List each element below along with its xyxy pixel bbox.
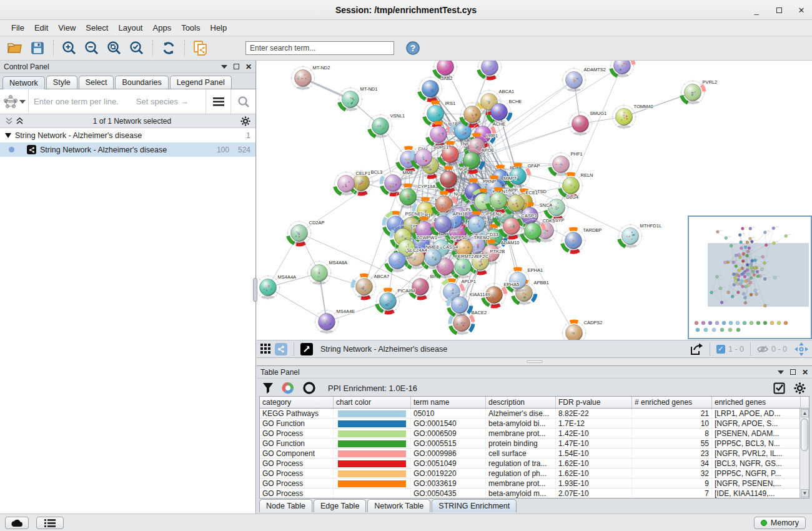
search-input[interactable] xyxy=(245,41,394,55)
ring-chart-icon[interactable] xyxy=(303,382,315,394)
zoom-out-button[interactable] xyxy=(82,39,102,57)
table-tab-string-enrichment[interactable]: STRING Enrichment xyxy=(432,499,517,512)
zoom-in-button[interactable] xyxy=(59,39,79,57)
menu-help[interactable]: Help xyxy=(205,21,232,34)
menu-layout[interactable]: Layout xyxy=(113,21,147,34)
menu-view[interactable]: View xyxy=(53,21,81,34)
network-node-ms4a4a[interactable]: MS4A4A xyxy=(257,274,296,300)
string-query-input[interactable]: Enter one term per line. Set species → xyxy=(29,89,205,114)
export-network-button[interactable] xyxy=(690,343,703,355)
string-protein-query-button[interactable]: STRING xyxy=(0,89,29,114)
network-canvas[interactable]: MT-ND2MT-ND1VSNL1GAB2NTRK2NTRK1LRP8ADAMT… xyxy=(257,61,812,340)
filter-icon[interactable] xyxy=(263,383,273,394)
column-header-term-name[interactable]: term name xyxy=(411,397,486,408)
float-panel-icon[interactable] xyxy=(234,64,239,69)
set-species-hint[interactable]: Set species → xyxy=(136,97,189,106)
table-row[interactable]: GO ProcessGO:0019220regulation of ph...1… xyxy=(260,469,809,479)
string-search-button[interactable] xyxy=(230,89,255,114)
refresh-button[interactable] xyxy=(159,39,179,57)
close-panel-icon[interactable]: ✕ xyxy=(245,62,252,71)
menu-apps[interactable]: Apps xyxy=(148,21,177,34)
table-row[interactable]: GO ComponentGO:0009986cell surface1.54E-… xyxy=(260,449,809,459)
network-node-gab2[interactable]: GAB2 xyxy=(418,76,453,102)
network-node-lrp8[interactable]: LRP8 xyxy=(610,61,644,79)
network-collection-row[interactable]: String Network - Alzheimer's disease 1 xyxy=(0,128,255,142)
column-header-fdr-p-value[interactable]: FDR p-value xyxy=(556,397,632,408)
network-node-ms4a6a[interactable]: MS4A6A xyxy=(307,260,348,286)
menu-tools[interactable]: Tools xyxy=(176,21,205,34)
table-row[interactable]: GO FunctionGO:0005515protein binding1.47… xyxy=(260,439,809,449)
detach-view-button[interactable] xyxy=(300,343,313,355)
panel-splitter-handle[interactable] xyxy=(253,278,257,302)
string-view-button[interactable] xyxy=(275,343,287,355)
table-tab-network-table[interactable]: Network Table xyxy=(367,499,430,512)
maximize-button[interactable] xyxy=(775,6,783,14)
column-header-enriched-genes[interactable]: enriched genes xyxy=(712,397,801,408)
tab-legend-panel[interactable]: Legend Panel xyxy=(170,76,232,89)
table-row[interactable]: GO ProcessGO:0006509membrane prot...1.42… xyxy=(260,429,809,439)
network-node-phf1[interactable]: PHF1 xyxy=(548,151,583,177)
birds-eye-view[interactable] xyxy=(688,216,812,339)
scroll-down-icon[interactable]: ▼ xyxy=(801,489,809,497)
string-options-button[interactable] xyxy=(205,89,230,114)
horizontal-splitter[interactable] xyxy=(257,358,812,365)
open-session-button[interactable] xyxy=(5,39,25,57)
navigator-button[interactable] xyxy=(795,342,808,356)
table-row[interactable]: GO FunctionGO:0001540beta-amyloid bi...1… xyxy=(260,419,809,429)
table-row[interactable]: KEGG Pathways05010Alzheimer's dise...8.8… xyxy=(260,409,809,419)
table-row[interactable]: GO ProcessGO:0033619membrane prot...1.93… xyxy=(260,479,809,489)
menu-select[interactable]: Select xyxy=(81,21,113,34)
panel-menu-caret-icon[interactable] xyxy=(221,65,227,69)
table-tab-node-table[interactable]: Node Table xyxy=(259,499,312,512)
zoom-fit-button[interactable] xyxy=(104,39,124,57)
network-row[interactable]: String Network - Alzheimer's disease 100… xyxy=(0,142,255,157)
table-vertical-scrollbar[interactable]: ▲ ▼ xyxy=(800,409,809,498)
menu-file[interactable]: File xyxy=(6,21,29,34)
pie-chart-icon[interactable] xyxy=(282,382,294,394)
network-node-vsnl1[interactable]: VSNL1 xyxy=(368,113,405,139)
help-button[interactable]: ? xyxy=(403,39,423,57)
network-node-tardbp[interactable]: TARDBP xyxy=(561,227,602,254)
table-close-panel-icon[interactable]: ✕ xyxy=(802,368,808,377)
table-tab-edge-table[interactable]: Edge Table xyxy=(314,499,366,512)
network-node-pvrl2[interactable]: PVRL2 xyxy=(680,79,718,106)
expand-all-icon[interactable] xyxy=(16,117,24,125)
network-node-smug1[interactable]: SMUG1 xyxy=(568,111,607,137)
close-button[interactable]: ✕ xyxy=(797,6,806,14)
task-history-button[interactable] xyxy=(36,517,64,529)
network-node-ms4a4e[interactable]: MS4A4E xyxy=(314,309,355,335)
select-columns-icon[interactable] xyxy=(773,382,785,394)
column-header--enriched-genes[interactable]: # enriched genes xyxy=(632,397,712,408)
network-node-adamts2[interactable]: ADAMTS2 xyxy=(562,67,606,93)
network-node-cadps2[interactable]: CADPS2 xyxy=(562,320,603,341)
memory-button[interactable]: Memory xyxy=(754,517,806,529)
network-node-tomm40[interactable]: TOMM40 xyxy=(611,104,653,130)
network-node-picalm[interactable]: PICALM xyxy=(375,288,415,314)
table-panel-menu-caret-icon[interactable] xyxy=(778,370,784,374)
tree-expand-caret-icon[interactable] xyxy=(5,133,11,138)
column-header-category[interactable]: category xyxy=(260,397,334,408)
table-float-panel-icon[interactable] xyxy=(790,369,796,375)
network-node-mt-nd1[interactable]: MT-ND1 xyxy=(338,86,378,112)
tab-select[interactable]: Select xyxy=(79,76,114,89)
zoom-selected-button[interactable] xyxy=(127,39,147,57)
clone-network-button[interactable] xyxy=(191,39,210,57)
network-node-ntrk2[interactable]: NTRK2 xyxy=(433,61,471,80)
column-header-description[interactable]: description xyxy=(486,397,556,408)
collapse-all-icon[interactable] xyxy=(5,117,13,125)
tab-network[interactable]: Network xyxy=(2,76,45,89)
column-header-chart-color[interactable]: chart color xyxy=(334,397,411,408)
scrollbar-thumb[interactable] xyxy=(801,419,808,451)
scroll-up-icon[interactable]: ▲ xyxy=(801,409,809,417)
cloud-tasks-button[interactable] xyxy=(5,517,29,529)
network-node-bin1[interactable]: BIN1 xyxy=(408,274,441,300)
network-node-ntrk1[interactable]: NTRK1 xyxy=(477,61,515,80)
tab-style[interactable]: Style xyxy=(46,76,77,89)
birdseye-toggle-button[interactable] xyxy=(260,344,271,354)
minimize-button[interactable]: _ xyxy=(752,6,761,14)
menu-edit[interactable]: Edit xyxy=(29,21,53,34)
network-node-mthfd1l[interactable]: MTHFD1L xyxy=(618,223,662,249)
table-row[interactable]: GO ProcessGO:0051049regulation of tra...… xyxy=(260,459,809,469)
tab-boundaries[interactable]: Boundaries xyxy=(115,76,168,89)
settings-gear-icon[interactable] xyxy=(794,382,806,394)
